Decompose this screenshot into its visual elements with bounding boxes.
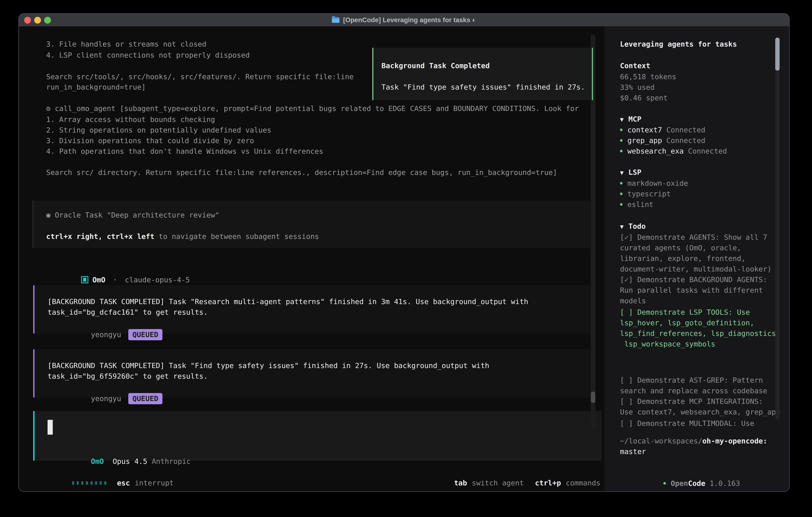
agent-icon <box>81 276 88 283</box>
keyboard-shortcut: ctrl+x right, ctrl+x left <box>46 232 154 241</box>
desktop: [OpenCode] Leveraging agents for tasks ◐… <box>0 0 812 517</box>
app-name-regular: Open <box>671 479 688 487</box>
context-stats: 66,518 tokens 33% used $0.46 spent <box>620 71 676 103</box>
background-task-toast[interactable]: Background Task Completed Task "Find typ… <box>372 48 593 100</box>
status-dot-icon <box>620 203 622 206</box>
task-author: yeongyu <box>91 394 121 403</box>
todo-item-pending: [ ] Demonstrate MULTIMODAL: Use <box>620 418 754 429</box>
status-dot-icon <box>663 482 666 485</box>
status-dot-icon <box>620 193 622 195</box>
app-name-bold: Code <box>688 479 705 487</box>
todo-item-done: [✓] Demonstrate BACKGROUND AGENTS: Run p… <box>620 274 767 306</box>
status-dot-icon <box>620 129 622 131</box>
status-bar-right: tabswitch agentctrl+pcommands <box>419 467 601 478</box>
status-badge: QUEUED <box>128 393 162 404</box>
status-dot-icon <box>620 182 622 185</box>
list-item: 2. String operations on potentially unde… <box>46 125 323 135</box>
lsp-list: markdown-oxide typescript eslint <box>620 178 688 210</box>
toast-body: Task "Find type safety issues" finished … <box>381 82 585 92</box>
mcp-item: websearch_exa Connected <box>620 146 727 156</box>
todo-section-header[interactable]: ▼Todo <box>620 221 646 232</box>
close-button[interactable] <box>24 17 31 24</box>
chevron-down-icon: ▼ <box>620 169 624 176</box>
todo-item-pending: [ ] Demonstrate AST-GREP: Pattern search… <box>620 375 780 417</box>
main-scrollbar-thumb[interactable] <box>591 392 595 403</box>
tool-call-header: ⚙ call_omo_agent [subagent_type=explore,… <box>46 103 579 114</box>
status-dot-icon <box>620 150 622 152</box>
scrollback-line: 4. LSP client connections not properly d… <box>46 50 250 60</box>
spinner <box>72 479 109 487</box>
folder-icon <box>332 17 340 23</box>
agent-model: claude-opus-4-5 <box>125 276 190 284</box>
agent-name: OmO <box>92 276 105 284</box>
task-result-line: task_id="bg_6f59260c" to get results. <box>48 371 208 381</box>
separator: · <box>113 276 117 284</box>
input-model-row: OmOOpus 4.5Anthropic <box>48 445 191 456</box>
input-model-name: Opus 4.5 <box>113 457 147 465</box>
oracle-task-panel[interactable]: ◉ Oracle Task "Deep architecture review"… <box>33 200 590 248</box>
workspace-path: ~/local-workspaces/oh-my-opencode: maste… <box>620 436 767 457</box>
titlebar[interactable]: [OpenCode] Leveraging agents for tasks ◐ <box>19 14 789 27</box>
mcp-list: context7 Connected grep_app Connected we… <box>620 125 727 156</box>
window-title-group: [OpenCode] Leveraging agents for tasks ◐ <box>332 16 476 24</box>
task-result-line: [BACKGROUND TASK COMPLETED] Task "Resear… <box>48 296 528 307</box>
sidebar-scrollbar-thumb[interactable] <box>775 37 780 71</box>
workspace-branch: master <box>620 446 767 457</box>
oracle-keys-hint: ctrl+x right, ctrl+x left to navigate be… <box>46 231 319 242</box>
gear-icon: ⚙ <box>46 104 51 113</box>
sidebar-session-title: Leveraging agents for tasks <box>620 39 737 49</box>
scrollback-line: Search src/tools/, src/hooks/, src/featu… <box>46 71 354 82</box>
fisheye-icon: ◉ <box>46 211 51 219</box>
task-result-block: [BACKGROUND TASK COMPLETED] Task "Find t… <box>33 349 590 398</box>
input-provider-name: Anthropic <box>152 457 191 465</box>
tool-call-footer: Search src/ directory. Return specific f… <box>46 167 557 178</box>
task-result-block: [BACKGROUND TASK COMPLETED] Task "Resear… <box>33 285 590 333</box>
app-version: 1.0.163 <box>710 479 740 487</box>
list-item: 1. Array access without bounds checking <box>46 114 323 125</box>
context-used: 33% used <box>620 82 676 92</box>
status-dot-icon <box>620 139 622 142</box>
task-meta-row: yeongyuQUEUED <box>48 382 163 393</box>
task-meta-row: yeongyuQUEUED <box>48 318 163 329</box>
context-spent: $0.46 spent <box>620 92 676 103</box>
oracle-task-title: ◉ Oracle Task "Deep architecture review" <box>46 210 220 220</box>
workspace-path-prefix: ~/local-workspaces/ <box>620 437 702 445</box>
lsp-section-header[interactable]: ▼LSP <box>620 167 641 178</box>
chevron-down-icon: ▼ <box>620 223 624 230</box>
sidebar-scrollbar-track[interactable] <box>775 37 780 419</box>
cmd-key-label: commands <box>566 479 601 487</box>
workspace-repo: oh-my-opencode: <box>702 437 767 445</box>
agent-header: OmO·claude-opus-4-5 <box>47 264 190 274</box>
cmd-key-hint: ctrl+p <box>535 479 561 487</box>
mcp-item: grep_app Connected <box>620 135 727 146</box>
tool-call-prompt-list: 1. Array access without bounds checking … <box>46 114 323 157</box>
tab-key-hint: tab <box>454 479 467 487</box>
context-tokens: 66,518 tokens <box>620 71 676 82</box>
tab-key-label: switch agent <box>472 479 524 487</box>
lsp-item: typescript <box>620 189 688 199</box>
esc-key-hint: esc <box>117 479 130 487</box>
lsp-item: markdown-oxide <box>620 178 688 189</box>
chevron-down-icon: ▼ <box>620 116 624 123</box>
scrollback-line: 3. File handles or streams not closed <box>46 39 206 49</box>
context-heading: Context <box>620 60 650 71</box>
list-item: 4. Path operations that don't handle Win… <box>46 146 323 157</box>
esc-key-label: interrupt <box>135 479 174 487</box>
input-agent-name: OmO <box>91 457 104 465</box>
status-bar-left: escinterrupt <box>37 467 174 478</box>
task-result-line: task_id="bg_dcfac161" to get results. <box>48 307 208 318</box>
terminal-content: 3. File handles or streams not closed 4.… <box>19 27 789 491</box>
status-badge: QUEUED <box>128 329 162 340</box>
zoom-button[interactable] <box>44 17 51 24</box>
scrollback-line: run_in_background=true] <box>46 82 146 92</box>
toast-title: Background Task Completed <box>381 60 490 71</box>
mcp-item: context7 Connected <box>620 125 727 135</box>
text-cursor <box>48 420 53 435</box>
terminal-window: [OpenCode] Leveraging agents for tasks ◐… <box>19 13 790 492</box>
version-row: OpenCode 1.0.163 <box>620 467 740 478</box>
mcp-section-header[interactable]: ▼MCP <box>620 114 641 124</box>
prompt-input[interactable]: OmOOpus 4.5Anthropic <box>33 411 602 461</box>
list-item: 3. Division operations that could divide… <box>46 135 323 146</box>
task-author: yeongyu <box>91 330 121 339</box>
minimize-button[interactable] <box>34 17 41 24</box>
